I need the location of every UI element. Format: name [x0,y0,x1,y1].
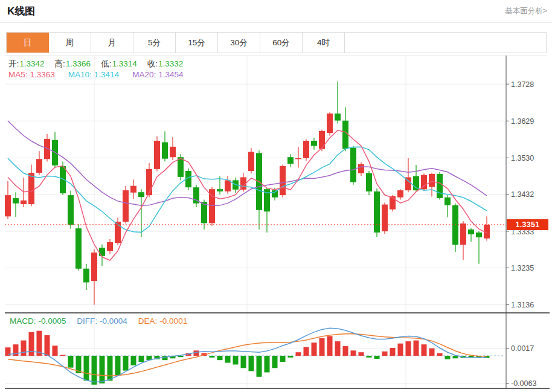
high-value: 高:1.3366 [55,59,91,69]
ma10-value: MA10:1.3414 [68,70,119,79]
svg-text:1.3728: 1.3728 [511,80,534,89]
ohlc-readout: 开:1.3342 高:1.3366 低:1.3314 收:1.3332 [8,59,183,69]
svg-text:1.3136: 1.3136 [511,301,534,309]
macd-readout: MACD:-0.0005 DIFF:-0.0004 DEA:-0.0001 [10,316,187,326]
svg-text:1.3432: 1.3432 [511,190,534,199]
macd-value: MACD:-0.0005 [10,316,66,326]
diff-value: DIFF:-0.0004 [77,316,127,326]
dea-value: DEA:-0.0001 [138,316,187,326]
svg-text:1.3530: 1.3530 [511,154,534,162]
svg-text:-0.0063: -0.0063 [511,379,536,388]
ma20-value: MA20:1.3454 [132,70,183,79]
close-value: 收:1.3332 [147,59,184,69]
current-price-badge: 1.3351 [507,219,548,230]
svg-text:0.0017: 0.0017 [511,344,534,353]
svg-text:1.3629: 1.3629 [511,117,534,126]
low-value: 低:1.3314 [101,59,137,69]
open-value: 开:1.3342 [8,59,45,69]
ma-readout: MA5:1.3363 MA10:1.3414 MA20:1.3454 [8,70,183,79]
svg-text:1.3235: 1.3235 [511,264,534,272]
ma5-value: MA5:1.3363 [8,70,55,79]
